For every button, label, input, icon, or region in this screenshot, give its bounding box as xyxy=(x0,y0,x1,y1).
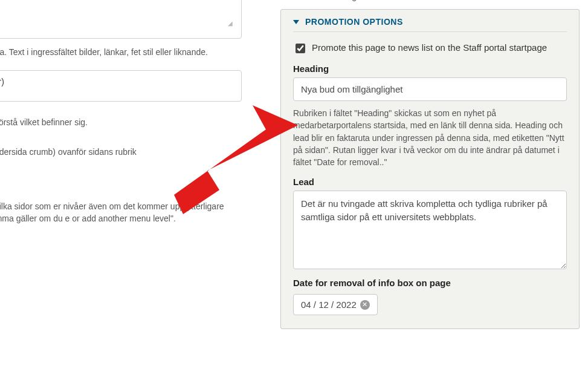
promote-checkbox-row[interactable]: Promote this page to news list on the St… xyxy=(293,42,567,55)
redaktor-note-text: l krävs av dig som redaktör) xyxy=(0,77,4,87)
left-editor-panel: ◢ den är viktig för sökmotorerna. Text i… xyxy=(0,0,242,260)
resize-grip-icon: ◢ xyxy=(228,20,233,27)
intro-textarea-box[interactable]: ◢ xyxy=(0,0,242,39)
date-removal-input[interactable]: 04 / 12 / 2022 ✕ xyxy=(293,294,378,315)
date-removal-value: 04 / 12 / 2022 xyxy=(301,299,357,310)
lead-label: Lead xyxy=(293,177,567,187)
heading-input[interactable] xyxy=(293,77,567,101)
clear-date-icon[interactable]: ✕ xyxy=(360,300,370,310)
context-help-2: et vill säga denna sidas föräldersida cr… xyxy=(0,146,241,158)
heading-label: Heading xyxy=(293,64,567,74)
prior-section-tail-text: tillkommit eller tagits bort. xyxy=(280,0,580,9)
lead-textarea[interactable] xyxy=(293,191,567,269)
context-help-1: r. Det hjälper besökaren att förstå vilk… xyxy=(0,116,241,128)
promotion-options-section: PROMOTION OPTIONS Promote this page to n… xyxy=(280,9,580,329)
redaktor-note-box: l krävs av dig som redaktör) xyxy=(0,70,242,102)
promotion-options-toggle[interactable]: PROMOTION OPTIONS xyxy=(293,10,567,32)
promote-checkbox-label: Promote this page to news list on the St… xyxy=(312,42,547,54)
chevron-down-icon xyxy=(293,20,299,24)
heading-help-text: Rubriken i fältet "Heading" skickas ut s… xyxy=(293,107,567,168)
promote-checkbox[interactable] xyxy=(296,44,305,53)
promotion-options-title: PROMOTION OPTIONS xyxy=(305,17,403,27)
menu-help-text: ytterligare val beroende på vilka sidor … xyxy=(0,200,241,225)
date-removal-label: Date for removal of info box on page xyxy=(293,278,567,288)
right-settings-panel: tillkommit eller tagits bort. PROMOTION … xyxy=(280,0,580,329)
intro-help-text: den är viktig för sökmotorerna. Text i i… xyxy=(0,46,241,58)
